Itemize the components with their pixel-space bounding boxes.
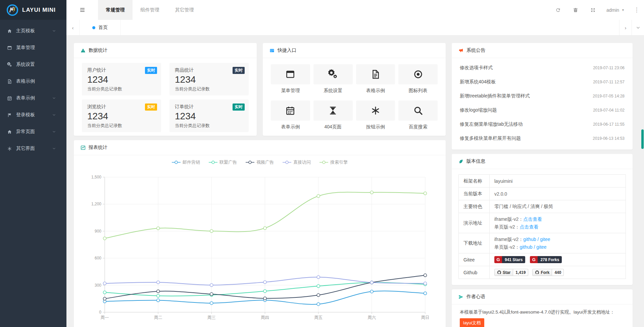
sidebar-item-登录模板[interactable]: 登录模板 [0,107,66,123]
legend-label: 视频广告 [256,159,274,165]
announcement-row: 新增系统404模板2019-07-11 12:57 [460,75,625,89]
chevron-down-icon [51,147,57,151]
quick-entry-tile[interactable] [313,100,353,121]
quick-entry-表格示例[interactable]: 表格示例 [356,64,395,94]
version-row: GithubStar1,419Fork440 [459,266,626,279]
quick-entry-百度搜索[interactable]: 百度搜索 [398,100,438,130]
sidebar-item-label: 其它界面 [16,146,35,152]
github-star-button[interactable]: Star [494,269,513,276]
panel-header: 数据统计 [74,43,257,58]
stat-value: 1234 [175,74,243,85]
stat-card-商品统计: 实时商品统计1234当前分类总记录数 [169,63,249,95]
refresh-icon [555,7,561,13]
github-fork-button[interactable]: Fork [532,269,552,276]
sidebar-item-label: 系统设置 [16,62,35,68]
author-content: 本模板基于layui2.5.4以及font-awesome-4.7.0进行实现。… [452,304,633,327]
sidebar-item-表单示例[interactable]: 表单示例 [0,90,66,107]
quick-entry-tile[interactable] [356,100,395,121]
refresh-button[interactable] [549,0,567,20]
sidebar-item-其它界面[interactable]: 其它界面 [0,140,66,157]
file-icon [7,79,12,84]
version-table-wrap: 框架名称layuimini当前版本v2.0.0主要特色零门槛 / 响应式 / 清… [452,169,633,284]
header-tab-组件管理[interactable]: 组件管理 [133,0,167,20]
svg-text:周五: 周五 [314,315,323,320]
quick-entry-tile[interactable] [313,64,353,84]
legend-item-邮件营销[interactable]: 邮件营销 [172,159,200,165]
layui-doc-button[interactable]: layui文档 [460,318,484,327]
legend-item-视频广告[interactable]: 视频广告 [246,159,274,165]
gitee-badge[interactable]: G941 Stars [494,256,525,263]
legend-marker-icon [172,161,181,164]
version-table: 框架名称layuimini当前版本v2.0.0主要特色零门槛 / 响应式 / 清… [458,174,626,279]
gears-icon [7,62,12,67]
quick-entry-tile[interactable] [271,64,310,84]
expand-button[interactable] [584,0,602,20]
quick-entry-表单示例[interactable]: 表单示例 [271,100,310,130]
quick-entry-按钮示例[interactable]: 按钮示例 [356,100,395,130]
link-gitee[interactable]: gitee [536,244,546,250]
sidebar-item-系统设置[interactable]: 系统设置 [0,56,66,73]
header-actions: admin ▼ ⋮ [549,0,644,20]
header-tab-常规管理[interactable]: 常规管理 [98,0,133,20]
quick-entry-系统设置[interactable]: 系统设置 [313,64,353,94]
app-title: LAYUI MINI [22,7,56,13]
quick-entry-404页面[interactable]: 404页面 [313,100,353,130]
more-menu-button[interactable]: ⋮ [629,0,644,20]
quick-entry-tile[interactable] [356,64,395,84]
svg-text:300: 300 [95,283,101,288]
window-icon [285,69,295,79]
sidebar: LAYUI MINI 主页模板菜单管理系统设置表格示例表单示例登录模板异常页面其… [0,0,66,327]
stat-value: 1234 [87,111,156,122]
tab-menu-button[interactable] [632,20,644,35]
legend-item-搜索引擎[interactable]: 搜索引擎 [319,159,348,165]
user-name: admin [606,7,619,13]
announcement-date: 2019-07-05 14:28 [593,94,625,98]
link-点击查看[interactable]: 点击查看 [523,216,542,222]
sidebar-item-主页模板[interactable]: 主页模板 [0,23,66,39]
version-link-line: iframe版-v2：点击查看 [494,215,621,223]
stat-card-浏览统计: 实时浏览统计1234当前分类总记录数 [82,99,161,132]
tab-scroll-left-button[interactable]: ‹ [66,20,79,35]
quick-entry-tile[interactable] [398,64,438,84]
quick-entry-label: 百度搜索 [398,124,438,130]
announcement-date: 2019-06-13 14:53 [593,136,625,141]
link-点击查看[interactable]: 点击查看 [519,224,538,230]
github-count[interactable]: 440 [552,269,564,276]
gitee-badge[interactable]: G278 Forks [530,256,562,263]
page-tab-首页[interactable]: 首页 [79,20,121,35]
header-tab-其它管理[interactable]: 其它管理 [167,0,202,20]
layui-logo-icon [6,4,19,16]
quick-entry-图标列表[interactable]: 图标列表 [398,64,438,94]
panel-data-stats: 数据统计 实时用户统计1234当前分类总记录数实时商品统计1234当前分类总记录… [74,43,257,136]
quick-entry-tile[interactable] [398,100,438,121]
sidebar-menu: 主页模板菜单管理系统设置表格示例表单示例登录模板异常页面其它界面 [0,20,66,157]
gitee-badge-label: 941 Stars [502,256,525,263]
app-logo[interactable]: LAYUI MINI [0,0,66,20]
menu-fold-button[interactable] [66,0,98,20]
link-gitee[interactable]: gitee [540,237,550,242]
link-github[interactable]: github [523,237,536,242]
quick-entry-菜单管理[interactable]: 菜单管理 [271,64,310,94]
trash-button[interactable] [567,0,584,20]
sidebar-item-异常页面[interactable]: 异常页面 [0,123,66,140]
github-count[interactable]: 1,419 [513,269,528,276]
line-chart: 03006009001,2001,500周一周二周三周四周五周六周日 [74,155,446,327]
version-row-value-cell: Star1,419Fork440 [490,266,626,279]
legend-item-直接访问[interactable]: 直接访问 [283,159,311,165]
trash-icon [573,7,578,13]
panel-announcements: 系统公告 修改选项卡样式2019-07-11 23:06新增系统404模板201… [452,43,633,150]
user-dropdown[interactable]: admin ▼ [602,0,629,20]
panel-header: 系统公告 [452,43,633,58]
gitee-logo-icon: G [530,256,538,263]
sidebar-item-表格示例[interactable]: 表格示例 [0,73,66,90]
quick-entry-tile[interactable] [271,100,310,121]
scrollbar-thumb[interactable] [641,129,644,149]
tab-scroll-right-button[interactable]: › [619,20,632,35]
page-tab-label: 首页 [98,25,108,31]
link-github[interactable]: github [519,244,532,250]
sidebar-item-菜单管理[interactable]: 菜单管理 [0,39,66,56]
legend-item-联盟广告[interactable]: 联盟广告 [209,159,237,165]
panel-header: 作者心语 [452,289,633,304]
version-row-label: 下载地址 [459,233,490,253]
svg-text:0: 0 [99,310,101,315]
